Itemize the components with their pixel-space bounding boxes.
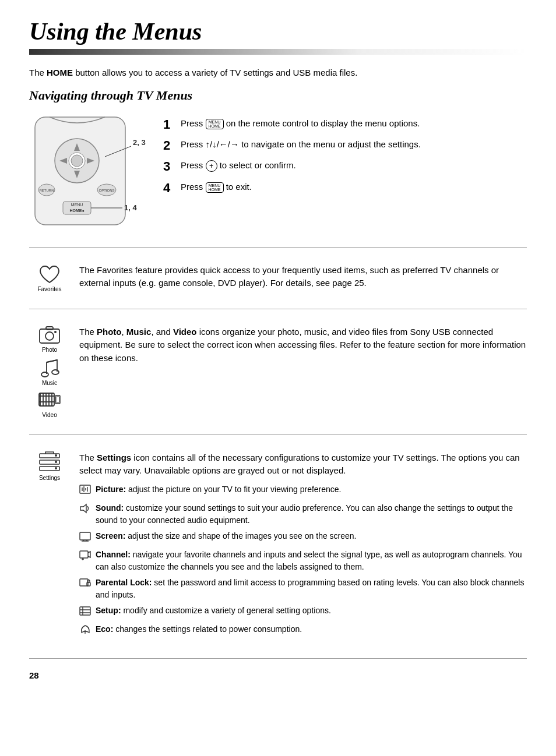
menu-home-btn-4: MENUHOME [206,182,224,193]
step-2: 2 Press ↑/↓/←/→ to navigate on the menu … [163,138,527,153]
video-icon-item: Video [38,391,61,418]
music-icon-item: Music [40,358,59,386]
svg-point-40 [55,461,57,463]
svg-text:RETURN: RETURN [40,189,54,192]
divider-1 [29,247,527,248]
settings-item-setup: Setup: modify and customize a variety of… [79,605,527,620]
favorites-row: Favorites The Favorites feature provides… [29,258,527,298]
settings-item-eco: Eco: changes the settings related to pow… [79,623,527,638]
settings-item-parental: Parental Lock: set the password and limi… [79,577,527,601]
svg-rect-56 [87,582,90,586]
favorites-icon [38,264,61,285]
settings-icon-col: Settings [29,451,70,481]
eco-icon [79,624,91,638]
svg-rect-42 [80,485,90,493]
sound-icon [79,503,91,517]
media-row: Photo Music [29,320,527,424]
svg-rect-52 [80,551,88,558]
picture-icon [79,485,91,499]
step-4: 4 Press MENUHOME to exit. [163,181,527,196]
svg-rect-21 [46,327,53,330]
music-label: Music [42,380,57,386]
svg-point-20 [45,332,54,340]
center-btn: + [206,160,217,172]
title-divider [29,49,527,55]
channel-icon [79,550,91,564]
settings-text-col: The Settings icon contains all of the ne… [79,451,527,642]
svg-point-39 [55,454,57,457]
step-3: 3 Press + to select or confirm. [163,159,527,174]
svg-text:MENU: MENU [71,203,83,207]
settings-icon-item: Settings [37,451,62,481]
svg-rect-48 [80,532,90,540]
divider-3 [29,434,527,435]
svg-point-24 [52,370,59,375]
svg-rect-35 [56,397,59,402]
media-icon-col: Photo Music [29,326,70,418]
photo-icon [38,326,61,345]
svg-point-41 [55,467,57,469]
svg-point-22 [54,331,57,333]
settings-row: Settings The Settings icon contains all … [29,446,527,648]
settings-item-sound: Sound: customize your sound settings to … [79,502,527,527]
svg-rect-57 [80,607,90,615]
photo-label: Photo [42,347,57,353]
svg-marker-47 [80,504,86,513]
settings-item-channel: Channel: navigate your favorite channels… [79,549,527,573]
divider-2 [29,309,527,309]
svg-text:OPTIONS: OPTIONS [98,189,114,192]
settings-item-picture: Picture: adjust the picture on your TV t… [79,483,527,499]
settings-icon [37,451,62,474]
settings-sublist: Picture: adjust the picture on your TV t… [79,483,527,638]
screen-icon [79,531,91,545]
remote-illustration: RETURN OPTIONS MENU HOME● 2, 3 1, 4 [29,111,146,235]
steps-area: 1 Press MENUHOME on the remote control t… [163,111,527,202]
media-text: The Photo, Music, and Video icons organi… [79,326,527,365]
favorites-icon-col: Favorites [29,264,70,292]
nav-section: RETURN OPTIONS MENU HOME● 2, 3 1, 4 1 Pr… [29,111,527,235]
intro-text: The HOME button allows you to access a v… [29,66,527,80]
nav-section-heading: Navigating through TV Menus [29,88,527,103]
step-1: 1 Press MENUHOME on the remote control t… [163,117,527,132]
svg-point-7 [71,155,83,167]
menu-home-btn-1: MENUHOME [206,119,224,129]
settings-item-screen: Screen: adjust the size and shape of the… [79,530,527,545]
svg-text:2, 3: 2, 3 [133,138,146,147]
favorites-text: The Favorites feature provides quick acc… [79,264,527,290]
photo-icon-item: Photo [38,326,61,353]
svg-text:1, 4: 1, 4 [124,203,137,212]
home-bold: HOME [47,68,73,77]
music-icon [40,358,59,379]
svg-rect-19 [40,329,59,343]
favorites-icon-item: Favorites [37,264,61,292]
svg-text:HOME●: HOME● [69,209,84,213]
svg-point-23 [41,372,48,377]
settings-intro: The Settings icon contains all of the ne… [79,451,527,478]
remote-svg: RETURN OPTIONS MENU HOME● 2, 3 1, 4 [29,111,146,234]
video-label: Video [42,412,57,418]
settings-label: Settings [39,475,60,481]
favorites-label: Favorites [37,286,61,292]
page-number: 28 [29,670,527,680]
setup-icon [79,606,91,620]
divider-4 [29,658,527,659]
page-title: Using the Menus [29,17,527,45]
video-icon [38,391,61,411]
parental-lock-icon [79,578,91,592]
svg-line-25 [47,360,57,362]
